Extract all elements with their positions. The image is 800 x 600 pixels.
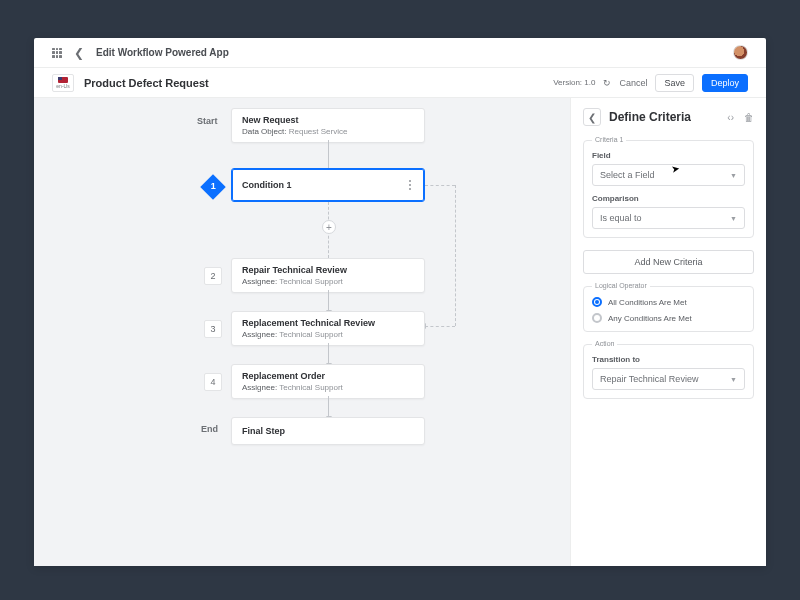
workflow-node-step[interactable]: 3 Replacement Technical Review Assignee:…: [231, 311, 425, 346]
cancel-button[interactable]: Cancel: [619, 78, 647, 88]
chevron-down-icon: ▼: [730, 215, 737, 222]
back-chevron-icon[interactable]: ❮: [74, 46, 84, 60]
comparison-select[interactable]: Is equal to▼: [592, 207, 745, 229]
workflow-node-start[interactable]: New Request Data Object: Request Service: [231, 108, 425, 143]
workflow-node-step[interactable]: 4 Replacement Order Assignee: Technical …: [231, 364, 425, 399]
trash-icon[interactable]: 🗑: [744, 112, 754, 123]
comparison-label: Comparison: [592, 194, 745, 203]
panel-back-button[interactable]: ❮: [583, 108, 601, 126]
workflow-node-step[interactable]: 2 Repair Technical Review Assignee: Tech…: [231, 258, 425, 293]
step-number-badge: 3: [204, 320, 222, 338]
action-fieldset: Action Transition to Repair Technical Re…: [583, 344, 754, 399]
fieldset-legend: Logical Operator: [592, 282, 650, 289]
start-label: Start: [197, 116, 218, 126]
transition-label: Transition to: [592, 355, 745, 364]
node-title: New Request: [242, 115, 414, 125]
fieldset-legend: Action: [592, 340, 617, 347]
deploy-button[interactable]: Deploy: [702, 74, 748, 92]
add-node-button[interactable]: +: [322, 220, 336, 234]
top-bar: ❮ Edit Workflow Powered App: [34, 38, 766, 68]
version-label: Version: 1.0: [553, 78, 595, 87]
breadcrumb-title: Edit Workflow Powered App: [96, 47, 229, 58]
transition-select[interactable]: Repair Technical Review▼: [592, 368, 745, 390]
node-title: Condition 1: [242, 180, 292, 190]
locale-selector[interactable]: en-Us: [52, 74, 74, 92]
radio-off-icon: [592, 313, 602, 323]
end-label: End: [201, 424, 218, 434]
user-avatar[interactable]: [733, 45, 748, 60]
sub-bar: en-Us Product Defect Request Version: 1.…: [34, 68, 766, 98]
add-criteria-button[interactable]: Add New Criteria: [583, 250, 754, 274]
chevron-down-icon: ▼: [730, 172, 737, 179]
node-title: Repair Technical Review: [242, 265, 414, 275]
properties-panel: ❮ Define Criteria ‹› 🗑 Criteria 1 Field …: [570, 98, 766, 566]
logical-operator-fieldset: Logical Operator All Conditions Are Met …: [583, 286, 754, 332]
field-label: Field: [592, 151, 745, 160]
chevron-down-icon: ▼: [730, 376, 737, 383]
node-title: Replacement Technical Review: [242, 318, 414, 328]
locale-code: en-Us: [56, 84, 69, 89]
workflow-canvas[interactable]: Start New Request Data Object: Request S…: [34, 98, 570, 566]
fieldset-legend: Criteria 1: [592, 136, 626, 143]
step-number-badge: 4: [204, 373, 222, 391]
radio-all-conditions[interactable]: All Conditions Are Met: [592, 297, 745, 307]
node-menu-icon[interactable]: [404, 169, 416, 201]
condition-diamond-icon: 1: [200, 174, 225, 199]
workflow-node-end[interactable]: Final Step: [231, 417, 425, 445]
radio-on-icon: [592, 297, 602, 307]
radio-any-conditions[interactable]: Any Conditions Are Met: [592, 313, 745, 323]
workflow-node-condition[interactable]: 1 Condition 1: [231, 168, 425, 202]
code-icon[interactable]: ‹›: [727, 112, 734, 123]
history-icon[interactable]: ↻: [603, 78, 611, 88]
criteria-fieldset: Criteria 1 Field Select a Field▼ Compari…: [583, 140, 754, 238]
step-number-badge: 2: [204, 267, 222, 285]
save-button[interactable]: Save: [655, 74, 694, 92]
flag-icon: [58, 77, 68, 83]
field-select[interactable]: Select a Field▼: [592, 164, 745, 186]
apps-grid-icon[interactable]: [52, 48, 62, 58]
panel-title: Define Criteria: [609, 110, 691, 124]
node-title: Final Step: [242, 426, 414, 436]
node-title: Replacement Order: [242, 371, 414, 381]
page-title: Product Defect Request: [84, 77, 209, 89]
